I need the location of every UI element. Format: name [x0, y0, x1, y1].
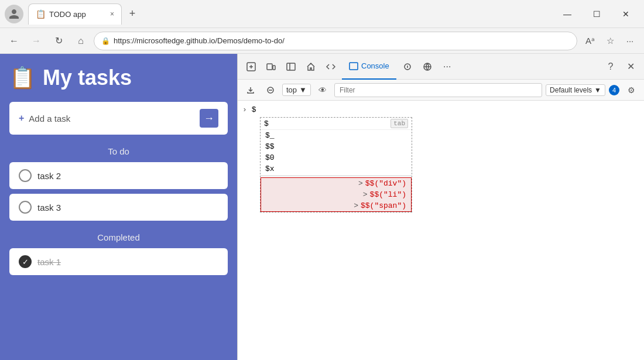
- main-content: 📋 My tasks + Add a task → To do task 2 t…: [0, 54, 644, 360]
- add-task-label: Add a task: [29, 114, 195, 124]
- read-aloud-icon[interactable]: Aᵃ: [581, 32, 600, 50]
- task-checkbox[interactable]: [19, 169, 32, 182]
- completed-task-text: task 1: [37, 257, 61, 267]
- tab-favicon: 📋: [36, 9, 46, 19]
- todo-icon: 📋: [9, 66, 36, 90]
- lock-icon: 🔒: [101, 37, 110, 45]
- close-devtools-icon[interactable]: ✕: [622, 58, 639, 76]
- default-levels-dropdown[interactable]: Default levels ▼: [546, 84, 605, 96]
- console-tab-label: Console: [361, 61, 389, 70]
- add-task-button[interactable]: →: [200, 109, 218, 128]
- top-dropdown-icon: ▼: [299, 85, 307, 94]
- completed-section: Completed ✓ task 1: [9, 232, 228, 280]
- devtools-panel: Console ··· ? ✕: [237, 54, 644, 360]
- task-text: task 2: [37, 171, 61, 181]
- default-levels-label: Default levels: [550, 86, 592, 94]
- task-checkbox-done[interactable]: ✓: [19, 255, 32, 268]
- task-item[interactable]: task 2: [9, 162, 228, 189]
- title-bar: 📋 TODO app × + — ☐ ✕: [0, 0, 644, 28]
- completed-section-label: Completed: [9, 232, 228, 242]
- autocomplete-group: > $$("div") > $$("li") > $$("span"): [261, 177, 412, 212]
- console-input-text[interactable]: $: [252, 105, 256, 114]
- minimize-button[interactable]: —: [554, 5, 581, 23]
- todo-section-label: To do: [9, 146, 228, 156]
- favorites-icon[interactable]: ☆: [601, 32, 619, 50]
- browser-window: 📋 TODO app × + — ☐ ✕ ← → ↻ ⌂ 🔒 https://m…: [0, 0, 644, 360]
- autocomplete-group-text: $$("li"): [370, 190, 406, 199]
- new-tab-button[interactable]: +: [124, 6, 141, 22]
- top-context-selector[interactable]: top ▼: [282, 84, 311, 96]
- address-bar[interactable]: 🔒 https://microsoftedge.github.io/Demos/…: [94, 32, 577, 50]
- task-item[interactable]: task 3: [9, 194, 228, 221]
- settings-icon[interactable]: ⚙: [623, 82, 639, 98]
- help-icon[interactable]: ?: [602, 58, 619, 76]
- code-icon[interactable]: [322, 58, 340, 76]
- debug-icon[interactable]: [399, 58, 416, 76]
- console-tab[interactable]: Console: [342, 54, 396, 80]
- autocomplete-group-item[interactable]: > $$("li"): [261, 189, 411, 200]
- completed-task-item[interactable]: ✓ task 1: [9, 248, 228, 275]
- tab-title: TODO app: [49, 10, 86, 19]
- console-input-row: › $: [242, 103, 639, 116]
- autocomplete-group-item[interactable]: > $$("span"): [261, 200, 411, 211]
- clear-console-icon[interactable]: [262, 82, 279, 98]
- import-icon[interactable]: [242, 82, 259, 98]
- svg-rect-2: [273, 66, 275, 70]
- window-controls: — ☐ ✕: [554, 5, 639, 23]
- forward-button[interactable]: →: [27, 32, 46, 50]
- device-icon[interactable]: [262, 58, 280, 76]
- error-badge: 4: [609, 85, 619, 95]
- arrow-icon: >: [354, 201, 358, 210]
- autocomplete-group-text: $$("div"): [365, 179, 406, 188]
- eye-icon[interactable]: 👁: [314, 82, 331, 98]
- more-icon[interactable]: ···: [621, 32, 639, 50]
- autocomplete-header: $ tab: [261, 118, 412, 130]
- autocomplete-item[interactable]: $_: [261, 130, 412, 141]
- task-text: task 3: [37, 203, 61, 212]
- autocomplete-item[interactable]: $0: [261, 152, 412, 163]
- autocomplete-item[interactable]: $$: [261, 141, 412, 152]
- top-label: top: [286, 85, 297, 94]
- close-button[interactable]: ✕: [612, 5, 639, 23]
- autocomplete-dropdown[interactable]: $ tab $_ $$ $0 $x > $$("div") >: [260, 117, 412, 212]
- tab-bar: 📋 TODO app × +: [28, 4, 549, 25]
- reload-button[interactable]: ↻: [49, 32, 68, 50]
- nav-bar: ← → ↻ ⌂ 🔒 https://microsoftedge.github.i…: [0, 28, 644, 54]
- home-button[interactable]: ⌂: [71, 32, 90, 50]
- todo-header: 📋 My tasks: [9, 66, 228, 90]
- todo-title: My tasks: [43, 66, 132, 90]
- autocomplete-group-item[interactable]: > $$("div"): [261, 178, 411, 189]
- svg-rect-3: [287, 63, 295, 70]
- default-levels-arrow: ▼: [594, 86, 601, 94]
- profile-icon[interactable]: [5, 5, 23, 23]
- arrow-icon: >: [358, 179, 363, 188]
- network-icon[interactable]: [419, 58, 436, 76]
- maximize-button[interactable]: ☐: [583, 5, 610, 23]
- filter-input[interactable]: [334, 83, 542, 97]
- home-devtools-icon[interactable]: [302, 58, 320, 76]
- autocomplete-dollar: $: [264, 119, 269, 128]
- autocomplete-tab-label: tab: [390, 119, 408, 128]
- tab-close-button[interactable]: ×: [110, 10, 114, 18]
- todo-app: 📋 My tasks + Add a task → To do task 2 t…: [0, 54, 237, 360]
- nav-icons: Aᵃ ☆ ···: [581, 32, 639, 50]
- address-text: https://microsoftedge.github.io/Demos/de…: [114, 36, 570, 45]
- console-toolbar: top ▼ 👁 Default levels ▼ 4 ⚙: [238, 80, 644, 101]
- autocomplete-divider: [261, 176, 412, 176]
- autocomplete-group-text: $$("span"): [361, 201, 406, 210]
- inspect-icon[interactable]: [242, 58, 260, 76]
- console-prompt: ›: [242, 105, 247, 114]
- add-task-row[interactable]: + Add a task →: [9, 102, 228, 135]
- task-checkbox[interactable]: [19, 201, 32, 214]
- svg-rect-1: [267, 64, 272, 70]
- add-task-plus: +: [19, 113, 24, 124]
- svg-rect-4: [350, 63, 358, 70]
- autocomplete-item[interactable]: $x: [261, 163, 412, 174]
- console-area[interactable]: › $ $ tab $_ $$ $0 $x >: [238, 101, 644, 360]
- sidebar-icon[interactable]: [282, 58, 300, 76]
- more-tools-icon[interactable]: ···: [439, 58, 456, 76]
- back-button[interactable]: ←: [5, 32, 23, 50]
- arrow-icon: >: [363, 190, 368, 199]
- active-tab[interactable]: 📋 TODO app ×: [28, 4, 122, 25]
- devtools-toolbar: Console ··· ? ✕: [238, 54, 644, 80]
